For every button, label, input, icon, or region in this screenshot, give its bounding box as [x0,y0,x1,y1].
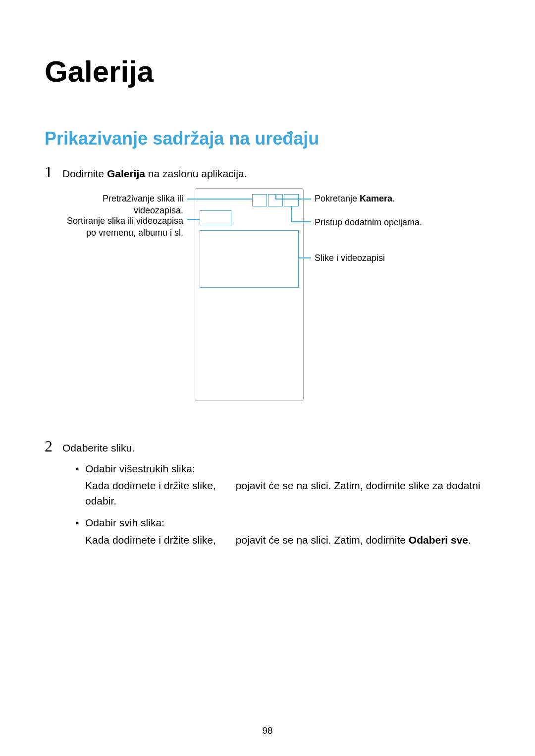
step-1: 1 Dodirnite Galerija na zaslonu aplikaci… [45,164,490,181]
connector-line [291,206,292,221]
step-text: Odaberite sliku. [62,441,135,455]
connector-line [187,219,200,220]
connector-line [275,199,311,200]
label-sort: Sortiranje slika ili videozapisa po vrem… [59,215,183,239]
connector-line [187,199,252,200]
step-2: 2 Odaberite sliku. [45,438,490,455]
step-text: Dodirnite Galerija na zaslonu aplikacija… [62,166,247,181]
label-search: Pretraživanje slika ili videozapisa. [59,193,183,216]
callout-sort-box [200,210,231,225]
page-number: 98 [0,725,535,736]
bullet-list: Odabir višestrukih slika: Kada dodirnete… [73,461,490,548]
connector-line [291,221,311,222]
step-number: 2 [45,438,55,454]
section-heading: Prikazivanje sadržaja na uređaju [45,128,490,149]
callout-search-box [252,194,267,206]
bullet-select-all: Odabir svih slika: Kada dodirnete i drži… [73,515,490,548]
callout-content-box [200,230,299,288]
page-title: Galerija [45,54,490,89]
bullet-multi-select: Odabir višestrukih slika: Kada dodirnete… [73,461,490,508]
label-camera: Pokretanje Kamera. [315,193,453,204]
label-options: Pristup dodatnim opcijama. [315,217,453,228]
connector-line [299,257,311,258]
step-number: 1 [45,164,55,180]
annotated-screenshot-diagram: Pretraživanje slika ili videozapisa. Sor… [59,188,476,426]
callout-options-box [284,194,299,206]
connector-line [275,194,276,199]
label-content: Slike i videozapisi [315,252,453,264]
